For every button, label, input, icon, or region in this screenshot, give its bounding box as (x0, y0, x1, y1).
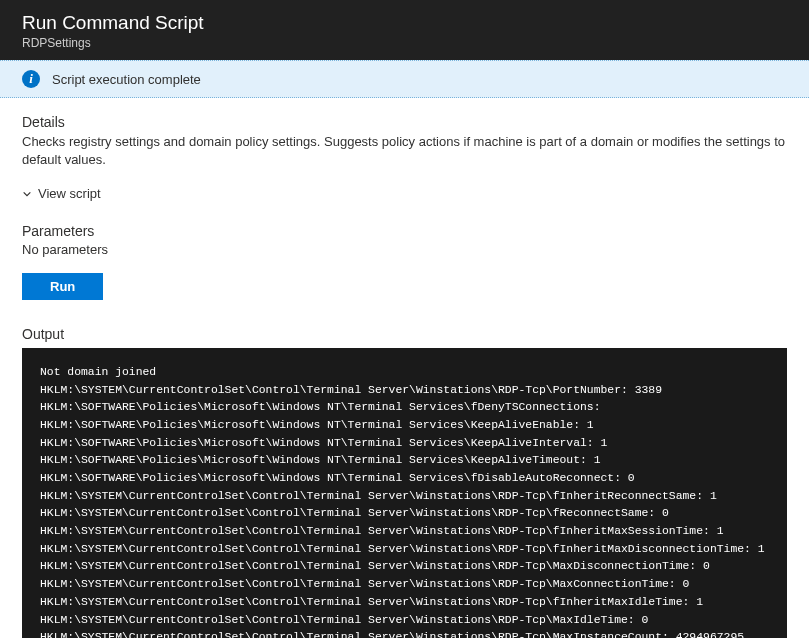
page-title: Run Command Script (22, 12, 787, 34)
output-heading: Output (22, 326, 787, 342)
content-area: Details Checks registry settings and dom… (0, 98, 809, 638)
output-console: Not domain joined HKLM:\SYSTEM\CurrentCo… (22, 348, 787, 638)
info-icon: i (22, 70, 40, 88)
parameters-section: Parameters No parameters (22, 223, 787, 257)
details-heading: Details (22, 114, 787, 130)
view-script-label: View script (38, 186, 101, 201)
details-description: Checks registry settings and domain poli… (22, 133, 787, 168)
page-header: Run Command Script RDPSettings (0, 0, 809, 60)
parameters-empty-text: No parameters (22, 242, 787, 257)
page-subtitle: RDPSettings (22, 36, 787, 50)
run-button[interactable]: Run (22, 273, 103, 300)
status-banner-text: Script execution complete (52, 72, 201, 87)
view-script-toggle[interactable]: View script (22, 186, 787, 201)
status-banner: i Script execution complete (0, 60, 809, 98)
parameters-heading: Parameters (22, 223, 787, 239)
chevron-down-icon (22, 189, 32, 199)
